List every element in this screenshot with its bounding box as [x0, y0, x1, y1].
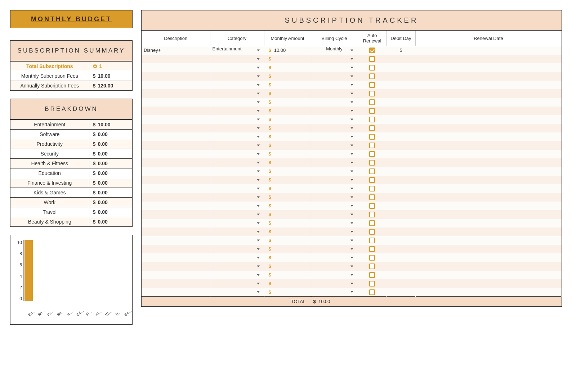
- cell-renewal-date[interactable]: [415, 81, 562, 89]
- cell-auto-renewal[interactable]: [358, 202, 386, 210]
- cell-amount[interactable]: $: [264, 89, 311, 98]
- cell-debit-day[interactable]: [386, 227, 415, 236]
- cell-description[interactable]: [142, 158, 210, 167]
- cell-amount[interactable]: $: [264, 279, 311, 288]
- cell-auto-renewal[interactable]: [358, 89, 386, 98]
- cell-debit-day[interactable]: [386, 107, 415, 115]
- cell-category[interactable]: [210, 55, 264, 63]
- cell-debit-day[interactable]: [386, 236, 415, 245]
- cell-cycle[interactable]: Monthly: [311, 46, 358, 55]
- checkbox-icon[interactable]: [369, 289, 375, 295]
- cell-description[interactable]: [142, 63, 210, 72]
- cell-cycle[interactable]: [311, 193, 358, 202]
- cell-description[interactable]: [142, 245, 210, 253]
- cell-debit-day[interactable]: 5: [386, 46, 415, 55]
- cell-renewal-date[interactable]: [415, 89, 562, 98]
- cell-auto-renewal[interactable]: [358, 150, 386, 158]
- cell-description[interactable]: [142, 219, 210, 227]
- cell-category[interactable]: [210, 253, 264, 262]
- checkbox-icon[interactable]: [369, 91, 375, 96]
- cell-debit-day[interactable]: [386, 98, 415, 107]
- cell-category[interactable]: [210, 210, 264, 219]
- cell-renewal-date[interactable]: [415, 184, 562, 193]
- cell-renewal-date[interactable]: [415, 98, 562, 107]
- cell-auto-renewal[interactable]: [358, 245, 386, 253]
- checkbox-icon[interactable]: [369, 134, 375, 140]
- cell-category[interactable]: [210, 107, 264, 115]
- cell-category[interactable]: [210, 279, 264, 288]
- cell-category[interactable]: [210, 72, 264, 81]
- cell-cycle[interactable]: [311, 279, 358, 288]
- cell-auto-renewal[interactable]: [358, 227, 386, 236]
- cell-auto-renewal[interactable]: [358, 55, 386, 63]
- cell-renewal-date[interactable]: [415, 227, 562, 236]
- cell-cycle[interactable]: [311, 72, 358, 81]
- cell-amount[interactable]: $: [264, 193, 311, 202]
- cell-description[interactable]: [142, 184, 210, 193]
- cell-cycle[interactable]: [311, 55, 358, 63]
- cell-renewal-date[interactable]: [415, 219, 562, 227]
- cell-description[interactable]: [142, 89, 210, 98]
- cell-auto-renewal[interactable]: [358, 288, 386, 297]
- cell-renewal-date[interactable]: [415, 107, 562, 115]
- cell-debit-day[interactable]: [386, 262, 415, 271]
- cell-amount[interactable]: $: [264, 219, 311, 227]
- cell-cycle[interactable]: [311, 288, 358, 297]
- cell-amount[interactable]: $10.00: [264, 46, 311, 55]
- cell-amount[interactable]: $: [264, 158, 311, 167]
- checkbox-icon[interactable]: [369, 263, 375, 269]
- checkbox-icon[interactable]: [369, 65, 375, 71]
- cell-amount[interactable]: $: [264, 176, 311, 184]
- cell-auto-renewal[interactable]: [358, 184, 386, 193]
- checkbox-icon[interactable]: [369, 73, 375, 79]
- cell-cycle[interactable]: [311, 158, 358, 167]
- checkbox-icon[interactable]: [369, 272, 375, 278]
- cell-renewal-date[interactable]: [415, 271, 562, 279]
- cell-renewal-date[interactable]: [415, 132, 562, 141]
- cell-cycle[interactable]: [311, 176, 358, 184]
- cell-cycle[interactable]: [311, 81, 358, 89]
- cell-amount[interactable]: $: [264, 132, 311, 141]
- checkbox-icon[interactable]: [369, 82, 375, 88]
- cell-debit-day[interactable]: [386, 132, 415, 141]
- cell-category[interactable]: [210, 184, 264, 193]
- checkbox-icon[interactable]: [369, 203, 375, 209]
- cell-renewal-date[interactable]: [415, 253, 562, 262]
- cell-auto-renewal[interactable]: [358, 141, 386, 150]
- checkbox-icon[interactable]: [369, 229, 375, 235]
- cell-amount[interactable]: $: [264, 202, 311, 210]
- cell-debit-day[interactable]: [386, 63, 415, 72]
- cell-renewal-date[interactable]: [415, 141, 562, 150]
- cell-renewal-date[interactable]: [415, 236, 562, 245]
- cell-amount[interactable]: $: [264, 98, 311, 107]
- checkbox-icon[interactable]: [369, 56, 375, 62]
- checkbox-icon[interactable]: [369, 160, 375, 166]
- cell-debit-day[interactable]: [386, 89, 415, 98]
- cell-category[interactable]: [210, 202, 264, 210]
- cell-cycle[interactable]: [311, 184, 358, 193]
- cell-debit-day[interactable]: [386, 288, 415, 297]
- cell-cycle[interactable]: [311, 107, 358, 115]
- cell-description[interactable]: [142, 132, 210, 141]
- cell-cycle[interactable]: [311, 167, 358, 176]
- cell-renewal-date[interactable]: [415, 176, 562, 184]
- cell-auto-renewal[interactable]: [358, 63, 386, 72]
- cell-auto-renewal[interactable]: [358, 132, 386, 141]
- cell-amount[interactable]: $: [264, 236, 311, 245]
- cell-amount[interactable]: $: [264, 262, 311, 271]
- cell-auto-renewal[interactable]: [358, 46, 386, 55]
- cell-debit-day[interactable]: [386, 253, 415, 262]
- cell-debit-day[interactable]: [386, 176, 415, 184]
- cell-amount[interactable]: $: [264, 150, 311, 158]
- cell-debit-day[interactable]: [386, 219, 415, 227]
- cell-amount[interactable]: $: [264, 288, 311, 297]
- cell-debit-day[interactable]: [386, 115, 415, 124]
- cell-renewal-date[interactable]: [415, 288, 562, 297]
- cell-auto-renewal[interactable]: [358, 124, 386, 132]
- cell-debit-day[interactable]: [386, 55, 415, 63]
- cell-cycle[interactable]: [311, 245, 358, 253]
- checkbox-icon[interactable]: [369, 212, 375, 217]
- cell-auto-renewal[interactable]: [358, 72, 386, 81]
- cell-amount[interactable]: $: [264, 72, 311, 81]
- cell-amount[interactable]: $: [264, 271, 311, 279]
